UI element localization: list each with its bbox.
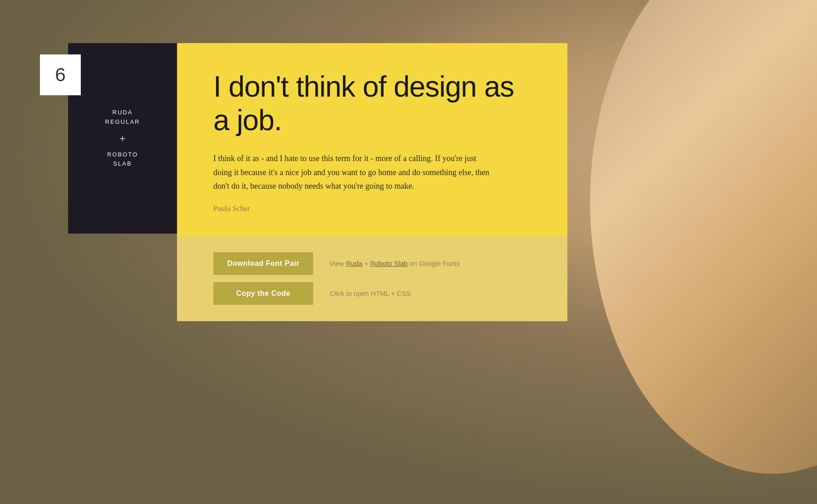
copy-code-button[interactable]: Copy the Code [213,282,313,305]
font-pair-thumbnail: RUDA REGULAR + ROBOTO SLAB [68,43,177,234]
download-row: Download Font Pair View Ruda + Roboto Sl… [213,252,531,275]
google-fonts-link-text: View Ruda + Roboto Slab on Google Fonts [330,259,460,267]
copy-hint-text: Click to open HTML + CSS [330,289,411,297]
download-font-pair-button[interactable]: Download Font Pair [213,252,313,275]
font-pair-card: I don't think of design as a job. I thin… [177,43,567,321]
font-pair-plus: + [119,132,126,145]
font2-name: ROBOTO SLAB [107,150,138,169]
pair-number-badge: 6 [40,54,81,95]
roboto-slab-font-link[interactable]: Roboto Slab [370,259,408,267]
quote-headline: I don't think of design as a job. [213,70,531,137]
copy-row: Copy the Code Click to open HTML + CSS [213,282,531,305]
card-content-area: I don't think of design as a job. I thin… [177,43,567,236]
quote-body: I think of it as - and I hate to use thi… [213,152,495,193]
quote-attribution: Paula Scher [213,204,531,213]
ruda-font-link[interactable]: Ruda [346,259,362,267]
font1-name: RUDA REGULAR [105,108,140,127]
card-footer: Download Font Pair View Ruda + Roboto Sl… [177,236,567,321]
